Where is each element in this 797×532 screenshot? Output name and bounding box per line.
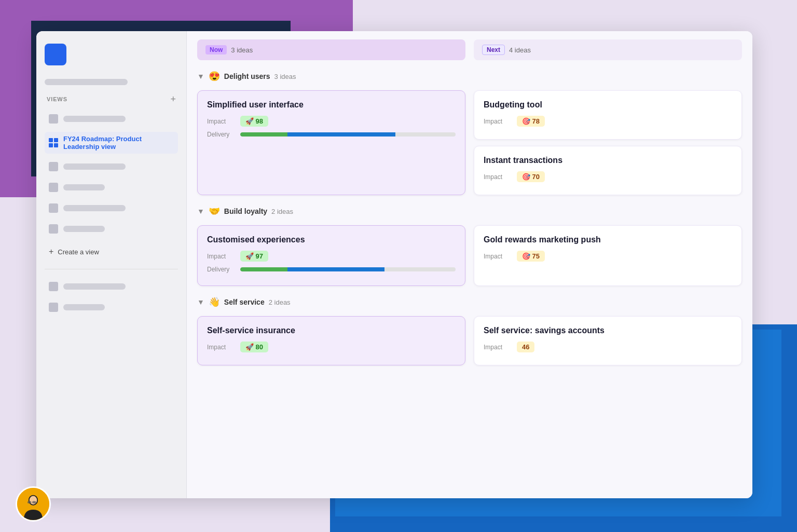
sidebar-item-icon-3 [49,183,58,192]
sidebar-bar-3 [63,184,105,190]
group-self-service-name: Self service [224,298,265,306]
card-gold-rewards[interactable]: Gold rewards marketing push Impact 🎯 75 [474,225,742,286]
create-view-button[interactable]: + Create a view [45,244,178,260]
sidebar-bar-4 [63,205,126,211]
impact-badge-gold: 🎯 75 [517,251,545,262]
card-budgeting-tool[interactable]: Budgeting tool Impact 🎯 78 [474,90,742,140]
impact-label-4: Impact [207,253,235,260]
sidebar-bar-5 [63,226,105,232]
impact-label-2: Impact [484,118,512,125]
avatar-image [17,488,49,520]
sidebar-item-5[interactable] [45,221,178,237]
group-self-service-count: 2 ideas [269,298,291,306]
group-loyalty-chevron[interactable]: ▼ [197,207,204,215]
sidebar-item-icon-2 [49,162,58,171]
card-customised-experiences-impact: Impact 🚀 97 [207,251,456,262]
now-count: 3 ideas [231,46,253,54]
impact-badge-insurance: 🚀 80 [240,342,268,352]
impact-label-7: Impact [484,344,512,351]
card-self-service-insurance-impact: Impact 🚀 80 [207,342,456,352]
card-self-service-insurance-title: Self-service insurance [207,326,456,335]
group-delight-emoji: 😍 [209,71,220,82]
group-delight-users-header: ▼ 😍 Delight users 3 ideas [197,69,742,84]
sidebar-bar-7 [63,304,105,310]
impact-badge-savings: 46 [517,342,534,352]
card-simplified-ui[interactable]: Simplified user interface Impact 🚀 98 De… [197,90,465,195]
columns-header: Now 3 ideas Next 4 ideas [187,31,752,60]
sidebar-item-3[interactable] [45,180,178,195]
avatar[interactable] [16,486,51,522]
group-delight-count: 3 ideas [274,73,296,80]
group-delight-name: Delight users [224,72,270,80]
grid-icon [49,138,58,147]
sidebar-item-4[interactable] [45,200,178,216]
sidebar-placeholder-1 [45,79,128,85]
create-view-plus-icon: + [49,247,53,256]
group-delight-users: ▼ 😍 Delight users 3 ideas Simplified use… [187,69,752,195]
sidebar-item-2[interactable] [45,159,178,174]
card-self-service-savings-impact: Impact 46 [484,342,732,352]
sidebar-item-icon-6 [49,282,58,291]
delivery-bar-customised [240,267,456,271]
group-self-service-emoji: 👋 [209,296,220,308]
group-loyalty-count: 2 ideas [271,208,293,215]
card-instant-transactions[interactable]: Instant transactions Impact 🎯 70 [474,146,742,195]
group-loyalty-emoji: 🤝 [209,206,220,217]
delivery-green-simplified [240,132,287,137]
svg-rect-4 [32,501,36,504]
main-content: Now 3 ideas Next 4 ideas ▼ 😍 Delight use… [187,31,752,498]
card-budgeting-tool-title: Budgeting tool [484,100,732,110]
group-delight-chevron[interactable]: ▼ [197,72,204,80]
sidebar-add-view-icon[interactable]: + [170,94,176,104]
sidebar-item-6[interactable] [45,279,178,294]
delivery-label-2: Delivery [207,266,235,273]
create-view-label: Create a view [58,248,99,256]
sidebar-bar-1 [63,116,126,122]
group-loyalty-name: Build loyalty [224,207,267,215]
group-self-service-chevron[interactable]: ▼ [197,298,204,306]
impact-label-1: Impact [207,118,235,125]
sidebar-item-icon-5 [49,224,58,234]
group-build-loyalty: ▼ 🤝 Build loyalty 2 ideas Customised exp… [187,203,752,286]
impact-label-5: Impact [484,253,512,260]
card-gold-rewards-impact: Impact 🎯 75 [484,251,732,262]
card-self-service-savings-title: Self service: savings accounts [484,326,732,335]
svg-rect-3 [28,501,31,504]
sidebar-item-1[interactable] [45,111,178,127]
delivery-green-customised [240,267,287,271]
card-simplified-ui-title: Simplified user interface [207,100,456,110]
sidebar-bar-2 [63,163,126,170]
card-self-service-savings[interactable]: Self service: savings accounts Impact 46 [474,316,742,365]
card-instant-transactions-impact: Impact 🎯 70 [484,171,732,182]
delivery-bar-simplified [240,132,456,137]
impact-badge-simplified: 🚀 98 [240,116,268,127]
app-logo[interactable] [45,44,66,65]
sidebar-item-icon-1 [49,114,58,124]
sidebar-item-icon-7 [49,303,58,312]
group-self-service: ▼ 👋 Self service 2 ideas Self-service in… [187,294,752,365]
now-column-header: Now 3 ideas [197,39,465,60]
next-delight-cards: Budgeting tool Impact 🎯 78 Instant trans… [474,90,742,195]
sidebar-item-active[interactable]: FY24 Roadmap: Product Leadership view [45,132,178,154]
card-simplified-ui-impact: Impact 🚀 98 [207,116,456,127]
delight-cards-grid: Simplified user interface Impact 🚀 98 De… [197,90,742,195]
impact-label-6: Impact [207,344,235,351]
app-window: VIEWS + FY24 Roadmap: Product Leadership… [36,31,752,498]
impact-label-3: Impact [484,173,512,181]
sidebar-bar-6 [63,283,126,290]
card-customised-experiences[interactable]: Customised experiences Impact 🚀 97 Deliv… [197,225,465,286]
sidebar-item-7[interactable] [45,299,178,315]
impact-badge-budgeting: 🎯 78 [517,116,545,127]
card-customised-experiences-title: Customised experiences [207,235,456,244]
next-count: 4 ideas [509,46,531,54]
card-simplified-ui-delivery: Delivery [207,131,456,138]
card-self-service-insurance[interactable]: Self-service insurance Impact 🚀 80 [197,316,465,365]
group-self-service-header: ▼ 👋 Self service 2 ideas [197,294,742,310]
card-budgeting-tool-impact: Impact 🎯 78 [484,116,732,127]
impact-badge-instant: 🎯 70 [517,171,545,182]
sidebar-active-item-text: FY24 Roadmap: Product Leadership view [63,135,174,151]
now-badge: Now [205,45,227,54]
delivery-blue-customised [287,267,384,271]
card-gold-rewards-title: Gold rewards marketing push [484,235,732,244]
card-customised-experiences-delivery: Delivery [207,266,456,273]
